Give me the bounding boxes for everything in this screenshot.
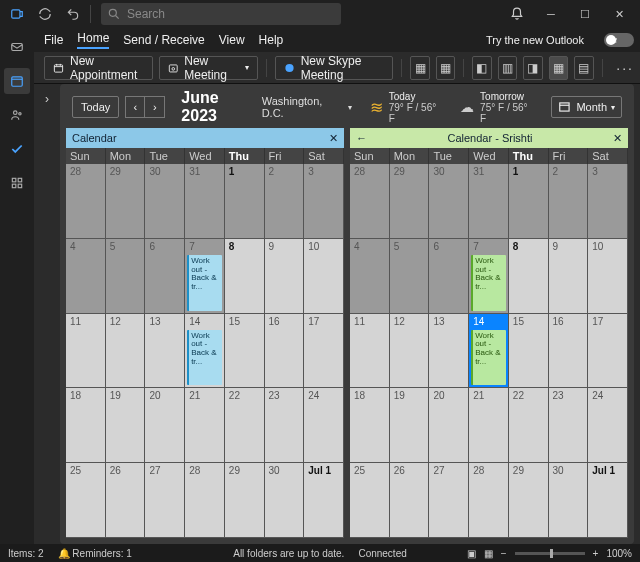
day-cell[interactable]: 28 bbox=[185, 463, 225, 538]
try-outlook-toggle[interactable]: Off bbox=[604, 33, 634, 47]
day-cell[interactable]: 14Work out - Back & tr... bbox=[469, 314, 509, 389]
day-cell[interactable]: 28 bbox=[350, 164, 390, 239]
calendar-tab[interactable]: Calendar✕ bbox=[66, 128, 344, 148]
day-cell[interactable]: 31 bbox=[469, 164, 509, 239]
calendar-event[interactable]: Work out - Back & tr... bbox=[187, 255, 222, 311]
new-meeting-button[interactable]: New Meeting▾ bbox=[159, 56, 258, 80]
minimize-button[interactable]: ─ bbox=[534, 0, 568, 28]
day-cell[interactable]: 29 bbox=[106, 164, 146, 239]
day-cell[interactable]: 6 bbox=[145, 239, 185, 314]
ribbon-more-button[interactable]: ··· bbox=[610, 60, 640, 76]
day-cell[interactable]: 10 bbox=[304, 239, 344, 314]
day-cell[interactable]: 16 bbox=[549, 314, 589, 389]
day-cell[interactable]: 18 bbox=[66, 388, 106, 463]
day-cell[interactable]: 22 bbox=[509, 388, 549, 463]
undo-icon[interactable] bbox=[60, 1, 86, 27]
day-cell[interactable]: 4 bbox=[350, 239, 390, 314]
view-prevday-icon[interactable]: ◧ bbox=[472, 56, 492, 80]
day-cell[interactable]: 9 bbox=[549, 239, 589, 314]
day-cell[interactable]: 13 bbox=[145, 314, 185, 389]
day-cell[interactable]: 30 bbox=[145, 164, 185, 239]
view-day-icon[interactable]: ▦ bbox=[410, 56, 430, 80]
day-cell[interactable]: 19 bbox=[106, 388, 146, 463]
day-cell[interactable]: 29 bbox=[225, 463, 265, 538]
day-cell[interactable]: 8 bbox=[509, 239, 549, 314]
calendar-event[interactable]: Work out - Back & tr... bbox=[471, 330, 506, 386]
day-cell[interactable]: 20 bbox=[145, 388, 185, 463]
bell-icon[interactable] bbox=[500, 0, 534, 28]
day-cell[interactable]: 27 bbox=[145, 463, 185, 538]
location-picker[interactable]: Washington, D.C. ▾ bbox=[262, 95, 352, 119]
zoom-out-button[interactable]: − bbox=[501, 548, 507, 559]
view-picker[interactable]: Month▾ bbox=[551, 96, 622, 118]
maximize-button[interactable]: ☐ bbox=[568, 0, 602, 28]
day-cell[interactable]: 5 bbox=[390, 239, 430, 314]
day-cell[interactable]: 11 bbox=[350, 314, 390, 389]
zoom-slider[interactable] bbox=[515, 552, 585, 555]
menu-file[interactable]: File bbox=[44, 33, 63, 47]
day-cell[interactable]: 31 bbox=[185, 164, 225, 239]
day-cell[interactable]: 25 bbox=[66, 463, 106, 538]
status-view1-icon[interactable]: ▣ bbox=[467, 548, 476, 559]
day-cell[interactable]: 14Work out - Back & tr... bbox=[185, 314, 225, 389]
day-cell[interactable]: 10 bbox=[588, 239, 628, 314]
day-cell[interactable]: 5 bbox=[106, 239, 146, 314]
day-cell[interactable]: 13 bbox=[429, 314, 469, 389]
day-cell[interactable]: 28 bbox=[469, 463, 509, 538]
new-appointment-button[interactable]: New Appointment bbox=[44, 56, 153, 80]
menu-home[interactable]: Home bbox=[77, 31, 109, 49]
calendar-event[interactable]: Work out - Back & tr... bbox=[187, 330, 222, 386]
calendar-rail-icon[interactable] bbox=[4, 68, 30, 94]
day-cell[interactable]: Jul 1 bbox=[304, 463, 344, 538]
new-skype-button[interactable]: New Skype Meeting bbox=[275, 56, 394, 80]
zoom-in-button[interactable]: + bbox=[593, 548, 599, 559]
apps-rail-icon[interactable] bbox=[4, 170, 30, 196]
day-cell[interactable]: 20 bbox=[429, 388, 469, 463]
weather-tomorrow[interactable]: ☁ Tomorrow75° F / 56° F bbox=[460, 91, 533, 124]
day-cell[interactable]: 8 bbox=[225, 239, 265, 314]
day-cell[interactable]: 1 bbox=[509, 164, 549, 239]
calendar-tab[interactable]: ← Calendar - Srishti✕ bbox=[350, 128, 628, 148]
day-cell[interactable]: 24 bbox=[304, 388, 344, 463]
day-cell[interactable]: 3 bbox=[588, 164, 628, 239]
day-cell[interactable]: 15 bbox=[225, 314, 265, 389]
view-nextday-icon[interactable]: ◨ bbox=[523, 56, 543, 80]
day-cell[interactable]: 22 bbox=[225, 388, 265, 463]
status-reminders[interactable]: 🔔 Reminders: 1 bbox=[58, 548, 132, 559]
day-cell[interactable]: 21 bbox=[185, 388, 225, 463]
prev-month-button[interactable]: ‹ bbox=[125, 96, 145, 118]
day-cell[interactable]: 15 bbox=[509, 314, 549, 389]
day-cell[interactable]: 2 bbox=[549, 164, 589, 239]
calendar-event[interactable]: Work out - Back & tr... bbox=[471, 255, 506, 311]
close-tab-icon[interactable]: ✕ bbox=[329, 132, 338, 145]
day-cell[interactable]: 21 bbox=[469, 388, 509, 463]
day-cell[interactable]: 26 bbox=[106, 463, 146, 538]
day-cell[interactable]: 11 bbox=[66, 314, 106, 389]
close-tab-icon[interactable]: ✕ bbox=[613, 132, 622, 145]
day-cell[interactable]: 27 bbox=[429, 463, 469, 538]
todo-rail-icon[interactable] bbox=[4, 136, 30, 162]
day-cell[interactable]: 19 bbox=[390, 388, 430, 463]
weather-today[interactable]: ≋ Today79° F / 56° F bbox=[370, 91, 442, 124]
day-cell[interactable]: 16 bbox=[265, 314, 305, 389]
day-cell[interactable]: 2 bbox=[265, 164, 305, 239]
sidebar-toggle[interactable]: › bbox=[34, 84, 60, 544]
people-rail-icon[interactable] bbox=[4, 102, 30, 128]
day-cell[interactable]: 26 bbox=[390, 463, 430, 538]
close-button[interactable]: ✕ bbox=[602, 0, 636, 28]
day-cell[interactable]: 23 bbox=[549, 388, 589, 463]
day-cell[interactable]: 6 bbox=[429, 239, 469, 314]
day-cell[interactable]: 12 bbox=[390, 314, 430, 389]
menu-view[interactable]: View bbox=[219, 33, 245, 47]
day-cell[interactable]: 29 bbox=[509, 463, 549, 538]
day-cell[interactable]: 28 bbox=[66, 164, 106, 239]
next-month-button[interactable]: › bbox=[145, 96, 165, 118]
day-cell[interactable]: 30 bbox=[265, 463, 305, 538]
status-view2-icon[interactable]: ▦ bbox=[484, 548, 493, 559]
day-cell[interactable]: 29 bbox=[390, 164, 430, 239]
sync-icon[interactable] bbox=[32, 1, 58, 27]
day-cell[interactable]: 9 bbox=[265, 239, 305, 314]
day-cell[interactable]: 7Work out - Back & tr... bbox=[185, 239, 225, 314]
day-cell[interactable]: 17 bbox=[588, 314, 628, 389]
day-cell[interactable]: 3 bbox=[304, 164, 344, 239]
